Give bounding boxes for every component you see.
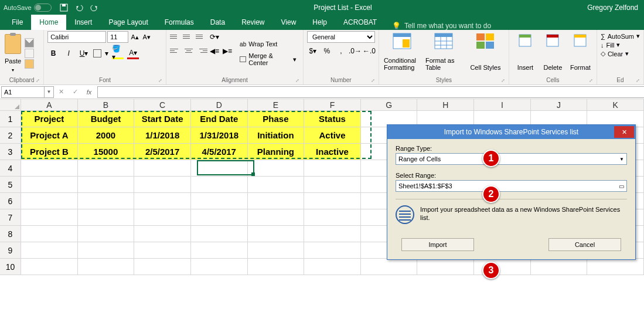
col-header-G[interactable]: G <box>361 99 418 111</box>
italic-button[interactable]: I <box>63 48 74 59</box>
cell-F10[interactable] <box>304 259 361 275</box>
cell-C6[interactable] <box>134 193 191 209</box>
cell-K10[interactable] <box>587 259 644 275</box>
cell-D8[interactable] <box>191 226 248 242</box>
cell-C3[interactable]: 2/5/2017 <box>134 144 191 160</box>
format-as-table-button[interactable]: Format as Table <box>424 31 464 72</box>
paste-button[interactable]: Paste ▾ <box>4 33 22 74</box>
cell-A7[interactable] <box>21 209 78 226</box>
import-button[interactable]: Import <box>401 238 474 251</box>
tab-help[interactable]: Help <box>304 15 335 30</box>
cell-A8[interactable] <box>21 226 78 242</box>
cell-F5[interactable] <box>304 177 361 193</box>
bold-button[interactable]: B <box>47 48 59 59</box>
row-header-10[interactable]: 10 <box>0 259 21 275</box>
cell-E9[interactable] <box>248 242 305 259</box>
cell-F7[interactable] <box>304 209 361 226</box>
row-header-4[interactable]: 4 <box>0 160 21 177</box>
tell-me-search[interactable]: 💡 Tell me what you want to do <box>392 22 491 30</box>
cell-F4[interactable] <box>304 160 361 177</box>
redo-icon[interactable] <box>90 4 98 12</box>
grow-font-icon[interactable]: A▴ <box>130 32 140 42</box>
cell-B8[interactable] <box>78 226 135 242</box>
cell-B2[interactable]: 2000 <box>78 127 135 144</box>
cell-E10[interactable] <box>248 259 305 275</box>
formula-input[interactable] <box>97 86 644 98</box>
autosave-toggle[interactable]: AutoSave <box>4 4 52 12</box>
decrease-indent-icon[interactable]: ◀≡ <box>209 45 220 57</box>
copy-icon[interactable] <box>25 49 34 58</box>
increase-decimal-icon[interactable]: .0→ <box>349 45 361 57</box>
row-header-8[interactable]: 8 <box>0 226 21 242</box>
cell-G10[interactable] <box>361 259 418 275</box>
tab-view[interactable]: View <box>273 15 305 30</box>
cell-C5[interactable] <box>134 177 191 193</box>
format-painter-icon[interactable] <box>25 59 34 69</box>
cell-C4[interactable] <box>134 160 191 177</box>
col-header-H[interactable]: H <box>417 99 474 111</box>
row-header-7[interactable]: 7 <box>0 209 21 226</box>
cell-D7[interactable] <box>191 209 248 226</box>
col-header-A[interactable]: A <box>21 99 78 111</box>
cell-D3[interactable]: 4/5/2017 <box>191 144 248 160</box>
cell-A6[interactable] <box>21 193 78 209</box>
cell-A3[interactable]: Project B <box>21 144 78 160</box>
col-header-J[interactable]: J <box>531 99 588 111</box>
cancel-button[interactable]: Cancel <box>548 238 621 251</box>
cell-D9[interactable] <box>191 242 248 259</box>
cell-C7[interactable] <box>134 209 191 226</box>
cell-F2[interactable]: Active <box>304 127 361 144</box>
range-picker-icon[interactable]: ▭ <box>616 181 626 191</box>
user-name[interactable]: Gregory Zelfond <box>587 4 638 12</box>
autosum-button[interactable]: ∑AutoSum ▾ <box>601 32 640 40</box>
align-bottom-icon[interactable] <box>196 31 207 42</box>
font-size-select[interactable] <box>107 31 128 43</box>
row-header-9[interactable]: 9 <box>0 242 21 259</box>
align-middle-icon[interactable] <box>183 31 195 42</box>
cell-A9[interactable] <box>21 242 78 259</box>
cell-B1[interactable]: Budget <box>78 111 135 127</box>
number-format-select[interactable]: General <box>307 31 375 43</box>
cell-B10[interactable] <box>78 259 135 275</box>
cell-D5[interactable] <box>191 177 248 193</box>
clear-button[interactable]: ◇Clear ▾ <box>601 50 640 57</box>
cell-A2[interactable]: Project A <box>21 127 78 144</box>
cell-D4[interactable] <box>191 160 248 177</box>
delete-cells-button[interactable]: Delete <box>540 31 565 72</box>
percent-icon[interactable]: % <box>321 45 333 57</box>
cell-C10[interactable] <box>134 259 191 275</box>
name-box-dropdown[interactable]: ▼ <box>45 86 54 98</box>
undo-icon[interactable] <box>75 4 83 12</box>
cell-B3[interactable]: 15000 <box>78 144 135 160</box>
cell-C2[interactable]: 1/1/2018 <box>134 127 191 144</box>
cell-E5[interactable] <box>248 177 305 193</box>
enter-formula-icon[interactable]: ✓ <box>68 86 82 98</box>
fill-color-button[interactable]: 🪣▾ <box>112 48 124 59</box>
orientation-icon[interactable]: ⟳▾ <box>209 31 220 43</box>
cell-E2[interactable]: Initiation <box>248 127 305 144</box>
decrease-decimal-icon[interactable]: ←.0 <box>363 45 375 57</box>
cell-B4[interactable] <box>78 160 135 177</box>
currency-icon[interactable]: $▾ <box>307 45 319 57</box>
dialog-title-bar[interactable]: Import to Windows SharePoint Services li… <box>387 125 635 139</box>
tab-page-layout[interactable]: Page Layout <box>100 15 156 30</box>
col-header-K[interactable]: K <box>587 99 644 111</box>
col-header-E[interactable]: E <box>248 99 305 111</box>
cell-F9[interactable] <box>304 242 361 259</box>
col-header-B[interactable]: B <box>78 99 135 111</box>
save-icon[interactable] <box>60 4 68 12</box>
cell-E8[interactable] <box>248 226 305 242</box>
row-header-5[interactable]: 5 <box>0 177 21 193</box>
cell-A4[interactable] <box>21 160 78 177</box>
col-header-F[interactable]: F <box>304 99 361 111</box>
cell-A10[interactable] <box>21 259 78 275</box>
tab-review[interactable]: Review <box>233 15 272 30</box>
cut-icon[interactable] <box>25 38 34 48</box>
font-color-button[interactable]: A▾ <box>127 48 139 59</box>
merge-center-button[interactable]: Merge & Center▾ <box>237 51 299 67</box>
cell-A1[interactable]: Project <box>21 111 78 127</box>
cell-A5[interactable] <box>21 177 78 193</box>
insert-cells-button[interactable]: Insert <box>513 31 538 72</box>
border-button[interactable] <box>93 49 101 57</box>
cell-D2[interactable]: 1/31/2018 <box>191 127 248 144</box>
